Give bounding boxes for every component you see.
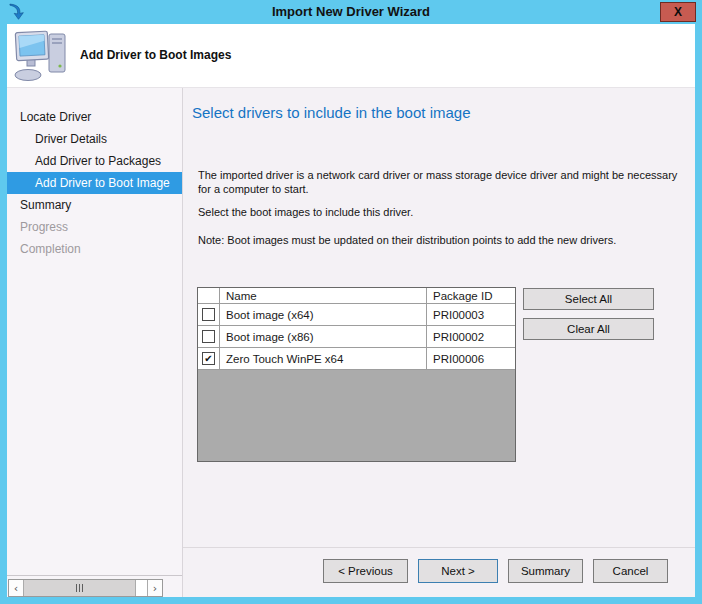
wizard-window: Import New Driver Wizard X — [0, 0, 702, 604]
table-header-name: Name — [220, 288, 427, 303]
wizard-body: Locate DriverDriver DetailsAdd Driver to… — [7, 88, 695, 597]
scroll-left-button[interactable]: ‹ — [9, 580, 24, 596]
table-empty-area — [198, 370, 515, 461]
wizard-step-add-driver-to-boot-image: Add Driver to Boot Image — [7, 172, 182, 194]
page-note: Note: Boot images must be updated on the… — [198, 233, 680, 247]
close-button[interactable]: X — [660, 2, 696, 22]
wizard-frame: Add Driver to Boot Images Locate DriverD… — [7, 24, 695, 597]
wizard-steps-sidebar: Locate DriverDriver DetailsAdd Driver to… — [7, 88, 183, 597]
cancel-button[interactable]: Cancel — [593, 559, 668, 583]
boot-image-name: Zero Touch WinPE x64 — [220, 348, 427, 369]
wizard-page: Select drivers to include in the boot im… — [183, 88, 695, 597]
table-row-zero-touch-winpe-x64[interactable]: ✔Zero Touch WinPE x64PRI00006 — [198, 348, 515, 370]
titlebar: Import New Driver Wizard X — [0, 0, 702, 24]
checkbox-cell — [198, 326, 220, 347]
scroll-track[interactable] — [136, 580, 147, 596]
wizard-step-driver-details: Driver Details — [7, 128, 182, 150]
scroll-right-button[interactable]: › — [147, 580, 162, 596]
wizard-header: Add Driver to Boot Images — [7, 24, 695, 88]
table-row-boot-image-x86[interactable]: Boot image (x86)PRI00002 — [198, 326, 515, 348]
wizard-step-add-driver-to-packages: Add Driver to Packages — [7, 150, 182, 172]
table-header-package-id: Package ID — [427, 288, 515, 303]
table-row-boot-image-x64[interactable]: Boot image (x64)PRI00003 — [198, 304, 515, 326]
wizard-step-progress: Progress — [7, 216, 182, 238]
wizard-step-locate-driver: Locate Driver — [7, 106, 182, 128]
horizontal-scrollbar[interactable]: ‹ › — [8, 579, 163, 597]
previous-button[interactable]: < Previous — [323, 559, 408, 583]
wizard-step-completion: Completion — [7, 238, 182, 260]
checked-checkbox[interactable]: ✔ — [202, 352, 215, 365]
wizard-step-summary: Summary — [7, 194, 182, 216]
checkbox-cell — [198, 304, 220, 325]
next-button[interactable]: Next > — [418, 559, 498, 583]
select-all-button[interactable]: Select All — [523, 288, 654, 310]
clear-all-button[interactable]: Clear All — [523, 318, 654, 340]
table-header-row: Name Package ID — [198, 288, 515, 304]
boot-image-name: Boot image (x64) — [220, 304, 427, 325]
scroll-thumb[interactable] — [24, 580, 136, 596]
unchecked-checkbox[interactable] — [202, 330, 215, 343]
window-title: Import New Driver Wizard — [0, 0, 702, 24]
page-description: The imported driver is a network card dr… — [198, 168, 680, 196]
table-header-checkbox-column — [198, 288, 220, 303]
unchecked-checkbox[interactable] — [202, 308, 215, 321]
page-instruction: Select the boot images to include this d… — [198, 205, 680, 219]
header-title: Add Driver to Boot Images — [80, 48, 231, 62]
footer-buttons: < PreviousNext >SummaryCancel — [323, 559, 668, 583]
boot-images-table: Name Package ID Boot image (x64)PRI00003… — [197, 287, 516, 462]
package-id: PRI00003 — [427, 304, 515, 325]
page-title: Select drivers to include in the boot im… — [192, 104, 471, 121]
computer-icon — [13, 30, 71, 82]
checkbox-cell: ✔ — [198, 348, 220, 369]
boot-image-name: Boot image (x86) — [220, 326, 427, 347]
sidebar-scroll-area: ‹ › — [7, 575, 182, 597]
package-id: PRI00002 — [427, 326, 515, 347]
package-id: PRI00006 — [427, 348, 515, 369]
summary-button[interactable]: Summary — [508, 559, 583, 583]
footer-divider — [183, 547, 695, 548]
scroll-grip-icon — [76, 584, 83, 592]
wizard-steps-list: Locate DriverDriver DetailsAdd Driver to… — [7, 88, 182, 260]
